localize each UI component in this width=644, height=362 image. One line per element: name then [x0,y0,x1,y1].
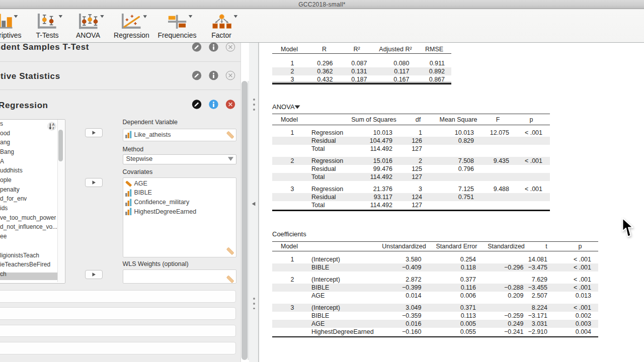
svg-text:A: A [52,123,54,126]
svg-text:z: z [52,126,54,130]
